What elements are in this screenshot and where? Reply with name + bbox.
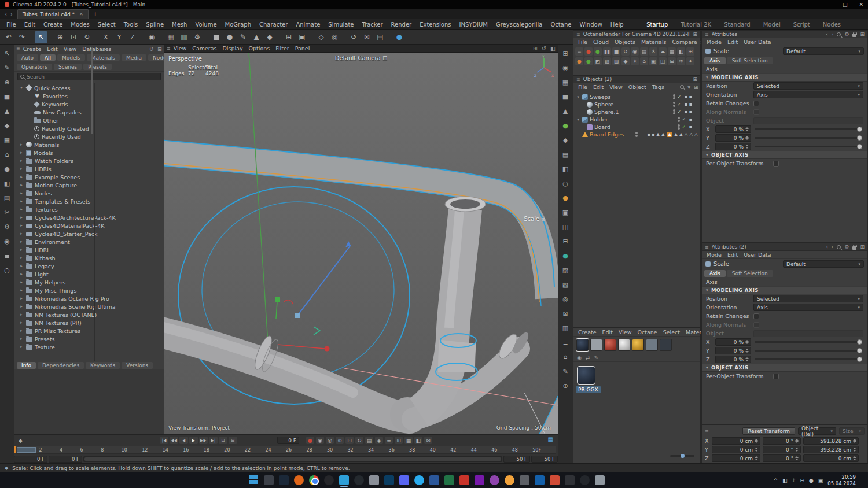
material-swatch[interactable] xyxy=(590,339,602,351)
tool-button[interactable] xyxy=(94,31,99,43)
tool-icon[interactable]: ◆ xyxy=(560,135,571,145)
record-button[interactable]: ↻ xyxy=(355,437,363,444)
transport-button[interactable]: ▶ xyxy=(189,437,198,444)
object-row[interactable]: Board ✓ ▪ xyxy=(573,123,700,131)
object-tags[interactable]: ▪ xyxy=(689,124,692,130)
camera-label[interactable]: Default Camera ⊡ xyxy=(335,55,388,61)
per-object-checkbox[interactable] xyxy=(773,161,779,167)
timeline-scrollbar[interactable] xyxy=(83,456,502,462)
layout-option[interactable]: Script xyxy=(788,19,815,30)
menu-item[interactable]: Spline xyxy=(142,19,168,30)
tool-button[interactable]: ✎ xyxy=(237,31,249,43)
tool-button[interactable] xyxy=(48,31,53,43)
tree-item[interactable]: ▸ Nikomedias Octane Rig Pro xyxy=(14,294,164,302)
visibility-toggles[interactable] xyxy=(673,94,675,99)
menu-databases[interactable]: Databases xyxy=(79,46,114,52)
expander-icon[interactable]: ▸ xyxy=(19,167,24,171)
expander-icon[interactable]: ▸ xyxy=(19,247,24,252)
tree-item[interactable]: ▸ PR Misc Textures xyxy=(14,327,164,335)
menu-item[interactable]: Mesh xyxy=(168,19,191,30)
menu-item[interactable]: Greyscalegorilla xyxy=(492,19,547,30)
expander-icon[interactable]: ▸ xyxy=(19,256,24,260)
tree-content-divider[interactable] xyxy=(94,83,95,361)
filter-icon[interactable]: ▾ xyxy=(687,84,690,90)
object-tags[interactable]: ▪ ▪ xyxy=(685,109,692,114)
tool-button[interactable]: ⊠ xyxy=(361,31,373,43)
tool-button[interactable]: Y xyxy=(113,31,126,43)
expander-icon[interactable]: ▸ xyxy=(19,231,24,236)
frame-tick[interactable]: 48 xyxy=(512,448,533,453)
menu-create[interactable]: Create xyxy=(575,329,599,335)
visibility-toggles[interactable] xyxy=(673,109,675,114)
lock-icon[interactable] xyxy=(852,246,856,250)
position-field[interactable]: 0 cm xyxy=(712,437,760,445)
tool-icon[interactable]: ✂ xyxy=(2,207,12,217)
taskbar-app-icon[interactable] xyxy=(279,475,289,485)
tree-item[interactable]: ▸ Textures xyxy=(14,205,164,213)
tool-button[interactable]: ◎ xyxy=(328,31,341,43)
tool-icon[interactable]: ↖ xyxy=(2,48,12,58)
position-field[interactable]: 0 cm xyxy=(712,446,760,453)
octane-tool-icon[interactable]: ⊟ xyxy=(668,57,676,65)
tree-item[interactable]: ▸ NM Textures (OCTANE) xyxy=(14,310,164,319)
panel-grip-icon[interactable]: ≣ xyxy=(576,77,580,82)
tool-button[interactable]: ↻ xyxy=(80,31,93,43)
octane-tool-icon[interactable]: ● xyxy=(575,57,583,65)
tree-item[interactable]: New Capsules xyxy=(14,108,164,116)
tool-icon[interactable]: ▥ xyxy=(560,323,571,333)
expander-icon[interactable]: ▸ xyxy=(19,328,24,333)
y-slider[interactable] xyxy=(755,137,861,139)
taskbar-app-icon[interactable] xyxy=(384,475,394,485)
material-swatch[interactable] xyxy=(646,339,658,351)
z-value-field[interactable]: 0 % xyxy=(715,143,751,150)
expander-icon[interactable]: ▸ xyxy=(19,142,24,147)
taskbar-app-icon[interactable] xyxy=(444,475,454,485)
frame-tick[interactable]: 14 xyxy=(163,448,183,453)
history-back-icon[interactable]: ‹ xyxy=(826,244,828,250)
vp-menu-filter[interactable]: Filter xyxy=(273,45,292,51)
visibility-toggles[interactable] xyxy=(678,124,680,130)
tool-icon[interactable]: ▤ xyxy=(2,193,12,203)
menu-item[interactable]: Create xyxy=(39,19,67,30)
taskbar-app-icon[interactable] xyxy=(580,475,590,485)
history-back-icon[interactable]: ‹ xyxy=(826,31,828,37)
frame-tick[interactable]: 12 xyxy=(142,448,163,453)
octane-tool-icon[interactable]: ▦ xyxy=(668,47,676,56)
frame-tick[interactable]: 34 xyxy=(368,448,389,453)
tool-icon[interactable]: ▣ xyxy=(560,207,571,217)
tray-icon[interactable]: ♪ xyxy=(792,478,796,483)
expander-icon[interactable]: ▾ xyxy=(576,117,580,122)
tool-icon[interactable]: ⌂ xyxy=(2,149,12,160)
tool-icon[interactable]: ✎ xyxy=(560,366,571,376)
frame-tick[interactable]: 6 xyxy=(80,448,101,453)
tray-icon[interactable]: ^ xyxy=(774,478,778,483)
menu-item[interactable]: Modes xyxy=(67,19,93,30)
material-swatch[interactable] xyxy=(660,339,672,351)
enable-toggle[interactable]: ✓ xyxy=(682,124,687,130)
octane-tool-icon[interactable]: ≋ xyxy=(677,57,685,65)
tab-soft-selection[interactable]: Soft Selection xyxy=(727,270,773,277)
tree-item[interactable]: ▸ HDRIs xyxy=(14,165,164,173)
position-dropdown[interactable]: Selected▾ xyxy=(753,295,863,302)
octane-tool-icon[interactable]: ⌂ xyxy=(640,57,648,65)
expander-icon[interactable]: ▾ xyxy=(19,86,24,90)
record-button[interactable]: ⊞ xyxy=(395,437,403,444)
menu-create[interactable]: Create xyxy=(20,46,45,52)
menu-object[interactable]: Object xyxy=(626,84,649,90)
tool-icon[interactable]: ⊕ xyxy=(2,77,12,87)
record-button[interactable]: ◈ xyxy=(375,437,383,444)
history-forward-icon[interactable]: › xyxy=(832,31,834,37)
object-row[interactable]: ▾ Holder ✓ ▪ xyxy=(573,116,700,123)
tool-button[interactable]: ▦ xyxy=(164,31,177,43)
menu-cloud[interactable]: Cloud xyxy=(590,39,612,45)
panel-menu-icon[interactable]: ⊞ xyxy=(860,31,865,37)
menu-edit[interactable]: Edit xyxy=(724,252,741,258)
size-field[interactable]: 393.228 cm xyxy=(803,446,859,453)
size-field[interactable]: 591.828 cm xyxy=(803,437,859,445)
menu-item[interactable]: Simulate xyxy=(324,19,358,30)
expander-icon[interactable]: ▸ xyxy=(19,175,24,179)
menu-view[interactable]: View xyxy=(616,329,635,335)
octane-tool-icon[interactable]: ▤ xyxy=(640,47,648,56)
tool-button[interactable]: ⊕ xyxy=(54,31,67,43)
expander-icon[interactable]: ▸ xyxy=(19,223,24,228)
